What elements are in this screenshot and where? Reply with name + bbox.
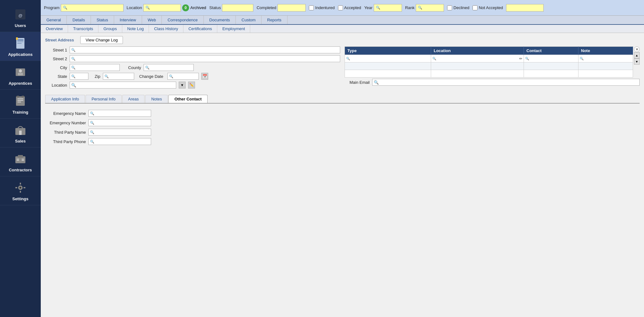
third-party-name-input-field[interactable]	[96, 130, 150, 134]
tab-status[interactable]: Status	[91, 16, 114, 24]
rank-input[interactable]: 🔍	[416, 4, 444, 12]
street2-input-field[interactable]	[77, 56, 339, 62]
tab-areas[interactable]: Areas	[122, 95, 145, 103]
location-input[interactable]: 🔍	[143, 4, 181, 12]
tab2-class-history[interactable]: Class History	[149, 25, 183, 33]
third-party-name-label: Third Party Name	[45, 130, 86, 135]
emergency-name-input[interactable]: 🔍	[88, 110, 151, 117]
tab2-overview[interactable]: Overview	[41, 25, 68, 33]
contact-edit-pencil-1[interactable]: ✏	[519, 56, 522, 61]
contact-note-cell-1[interactable]: 🔍	[578, 55, 633, 62]
contact-close-button[interactable]: ✕	[634, 46, 640, 52]
sidebar-item-settings[interactable]: Settings	[0, 176, 41, 205]
street1-input[interactable]: 🔍	[70, 46, 340, 53]
contact-scroll-down-button[interactable]: ▼	[634, 58, 640, 65]
location-input-field[interactable]	[150, 6, 179, 10]
accepted-checkbox[interactable]	[338, 5, 343, 10]
third-party-phone-input-field[interactable]	[96, 139, 150, 144]
status-input-field[interactable]	[224, 6, 251, 10]
contact-note-input-1: 🔍	[580, 56, 631, 62]
tab-custom[interactable]: Custom	[236, 16, 261, 24]
contact-location-field-1[interactable]	[437, 56, 518, 61]
sidebar-item-settings-label: Settings	[12, 196, 28, 201]
year-input[interactable]: 🔍	[374, 4, 402, 12]
tab2-note-log[interactable]: Note Log	[122, 25, 149, 33]
tab-details[interactable]: Details	[67, 16, 91, 24]
contact-contact-input-1: 🔍	[525, 56, 577, 62]
street1-input-field[interactable]	[77, 47, 339, 53]
contact-scroll-up-button[interactable]: ▲	[634, 52, 640, 58]
extra-input[interactable]	[506, 4, 544, 12]
indentured-checkbox[interactable]	[309, 5, 314, 10]
main-email-input-field[interactable]	[380, 80, 638, 85]
completed-field: Completed	[256, 4, 306, 12]
year-input-field[interactable]	[381, 6, 400, 10]
state-input[interactable]: 🔍	[70, 73, 88, 80]
third-party-name-input[interactable]: 🔍	[88, 129, 151, 136]
street2-label: Street 2	[45, 56, 67, 61]
street-address-title: Street Address	[45, 38, 74, 42]
tab-other-contact[interactable]: Other Contact	[168, 95, 208, 103]
completed-input[interactable]	[277, 4, 306, 12]
contact-type-cell-1[interactable]: 🔍	[345, 55, 431, 62]
tab-reports[interactable]: Reports	[261, 16, 288, 24]
zip-input[interactable]: 🔍	[103, 73, 134, 80]
sidebar-item-contractors[interactable]: Contractors	[0, 148, 41, 176]
location-edit-button[interactable]: ✏️	[188, 82, 195, 89]
location-form-input-field[interactable]	[76, 83, 175, 87]
sidebar-item-sales[interactable]: Sales	[0, 119, 41, 148]
contact-contact-field-1[interactable]	[530, 56, 577, 61]
emergency-name-input-field[interactable]	[96, 111, 150, 116]
tab-correspondence[interactable]: Correspondence	[162, 16, 203, 24]
location-dropdown-button[interactable]: ▼	[179, 82, 186, 89]
tab-notes[interactable]: Notes	[145, 95, 168, 103]
program-input-field[interactable]	[68, 6, 121, 10]
two-column-layout: Street 1 🔍 Street 2 🔍	[45, 46, 640, 92]
county-input[interactable]: 🔍	[144, 64, 194, 71]
city-input-field[interactable]	[77, 64, 118, 71]
tab-personal-info[interactable]: Personal Info	[86, 95, 122, 103]
declined-checkbox[interactable]	[447, 5, 452, 10]
tab-documents[interactable]: Documents	[204, 16, 236, 24]
street2-input[interactable]: 🔍	[70, 55, 340, 62]
tab-general[interactable]: General	[41, 16, 67, 24]
contact-type-field-1[interactable]	[351, 56, 430, 61]
extra-input-field[interactable]	[508, 6, 541, 10]
program-input[interactable]: 🔍	[61, 4, 124, 12]
tab2-employment[interactable]: Employment	[217, 25, 250, 33]
zip-input-field[interactable]	[110, 73, 133, 79]
sidebar-item-training[interactable]: Training	[0, 90, 41, 119]
contact-location-cell-1[interactable]: 🔍 ✏	[431, 55, 524, 62]
sidebar-item-users[interactable]: @ Users	[0, 3, 41, 32]
completed-input-field[interactable]	[280, 6, 304, 10]
sidebar-item-applications[interactable]: Applications	[0, 32, 41, 61]
third-party-phone-input[interactable]: 🔍	[88, 138, 151, 145]
not-accepted-checkbox[interactable]	[472, 5, 478, 10]
view-change-log-button[interactable]: View Change Log	[80, 36, 123, 44]
contact-contact-cell-1[interactable]: 🔍	[524, 55, 578, 62]
rank-input-field[interactable]	[423, 6, 442, 10]
calendar-button[interactable]: 📅	[201, 73, 208, 80]
city-input[interactable]: 🔍	[70, 64, 120, 71]
tab2-certifications[interactable]: Certifications	[183, 25, 217, 33]
sidebar-item-apprentices[interactable]: Apprentices	[0, 61, 41, 90]
location-form-input[interactable]: 🔍	[70, 82, 176, 89]
tab2-groups[interactable]: Groups	[98, 25, 122, 33]
training-icon	[13, 94, 28, 109]
contact-note-field-1[interactable]	[584, 56, 631, 61]
tab-web[interactable]: Web	[142, 16, 162, 24]
county-input-field[interactable]	[151, 64, 192, 71]
tab-interview[interactable]: Interview	[114, 16, 142, 24]
table-row	[345, 62, 633, 70]
status-input[interactable]	[222, 4, 253, 12]
emergency-number-input-field[interactable]	[96, 121, 150, 125]
change-date-input[interactable]: 🔍	[167, 73, 199, 80]
main-email-input[interactable]: 🔍	[372, 79, 640, 86]
change-date-input-field[interactable]	[175, 73, 197, 79]
tab-application-info[interactable]: Application Info	[45, 95, 85, 103]
state-input-field[interactable]	[77, 73, 87, 79]
location-field: Location 🔍 0 Archived	[127, 4, 206, 12]
location-search-icon: 🔍	[145, 6, 150, 10]
tab2-transcripts[interactable]: Transcripts	[68, 25, 98, 33]
emergency-number-input[interactable]: 🔍	[88, 119, 151, 126]
